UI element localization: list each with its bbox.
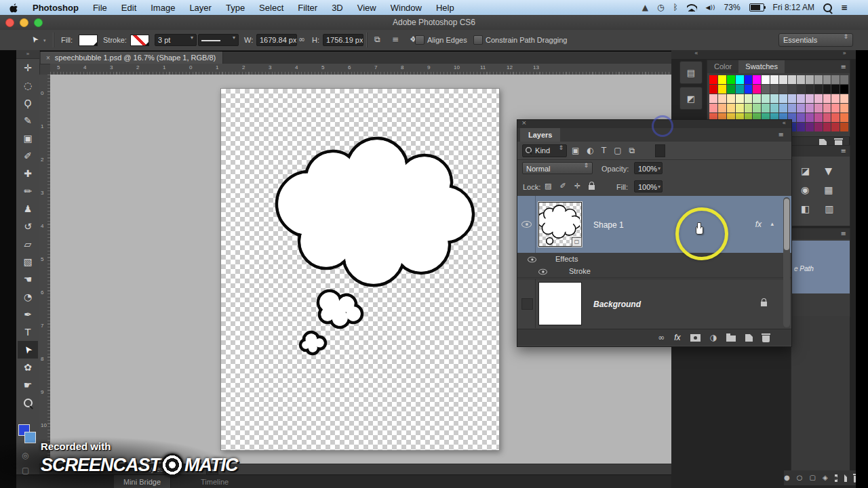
color-swatch[interactable] bbox=[814, 104, 823, 113]
color-swatch[interactable] bbox=[718, 104, 726, 113]
color-swatch[interactable] bbox=[814, 113, 823, 122]
new-path-icon[interactable] bbox=[844, 474, 846, 482]
color-swatch[interactable] bbox=[736, 85, 744, 94]
path-row-selected[interactable]: e Path bbox=[791, 241, 850, 293]
color-swatch[interactable] bbox=[727, 75, 735, 84]
menu-type[interactable]: Type bbox=[226, 3, 245, 13]
color-swatch[interactable] bbox=[831, 94, 840, 103]
color-swatch[interactable] bbox=[831, 104, 840, 113]
menu-3d[interactable]: 3D bbox=[332, 3, 343, 13]
lock-all-icon[interactable] bbox=[589, 185, 595, 190]
lock-pixels-icon[interactable]: ✐ bbox=[559, 182, 566, 190]
black-white-adjustment-icon[interactable]: ◧ bbox=[801, 204, 810, 214]
menu-select[interactable]: Select bbox=[259, 3, 283, 13]
document-canvas[interactable] bbox=[220, 88, 500, 451]
color-swatch[interactable] bbox=[797, 123, 805, 131]
menu-view[interactable]: View bbox=[357, 3, 376, 13]
wifi-icon[interactable] bbox=[687, 4, 697, 12]
color-swatch[interactable] bbox=[745, 94, 753, 103]
thought-bubble-shape[interactable] bbox=[221, 89, 499, 450]
color-swatch[interactable] bbox=[797, 75, 805, 84]
layer-name[interactable]: Shape 1 bbox=[593, 220, 624, 230]
paths-panel-menu-icon[interactable]: ≡ bbox=[841, 228, 850, 239]
color-swatch[interactable] bbox=[806, 85, 814, 94]
toolbar-collapse-icon[interactable]: » bbox=[16, 50, 39, 59]
color-swatch[interactable] bbox=[806, 94, 814, 103]
zoom-tool[interactable] bbox=[18, 394, 38, 411]
color-swatch[interactable] bbox=[709, 75, 717, 84]
menu-clock[interactable]: Fri 8:12 AM bbox=[773, 3, 814, 12]
color-swatch[interactable] bbox=[718, 75, 726, 84]
filter-toggle-switch[interactable] bbox=[655, 144, 665, 157]
color-swatch[interactable] bbox=[770, 85, 778, 94]
lock-position-icon[interactable]: ✛ bbox=[574, 182, 580, 190]
stroke-path-icon[interactable]: ○ bbox=[797, 474, 803, 481]
collapsed-panel-button-1[interactable]: ▤ bbox=[679, 61, 703, 84]
color-swatch[interactable] bbox=[709, 85, 717, 94]
color-swatch[interactable] bbox=[753, 85, 761, 94]
opacity-field[interactable]: 100%▾ bbox=[634, 162, 663, 174]
color-swatch[interactable] bbox=[814, 85, 823, 94]
stroke-eye-icon[interactable] bbox=[538, 269, 547, 275]
layers-panel-menu-icon[interactable]: ≡ bbox=[778, 128, 787, 142]
color-swatch[interactable] bbox=[788, 104, 796, 113]
menu-layer[interactable]: Layer bbox=[189, 3, 212, 13]
color-swatch[interactable] bbox=[788, 75, 796, 84]
color-swatch[interactable] bbox=[797, 104, 805, 113]
lasso-tool[interactable]: Ϙ bbox=[18, 94, 38, 112]
color-swatch[interactable] bbox=[736, 94, 744, 103]
fill-opacity-field[interactable]: 100%▾ bbox=[634, 180, 663, 192]
adjustments-panel-menu-icon[interactable]: ≡ bbox=[841, 146, 850, 157]
menu-window[interactable]: Window bbox=[391, 3, 422, 13]
adjustment-layer-icon[interactable]: ◑ bbox=[710, 333, 717, 342]
color-swatch[interactable] bbox=[727, 104, 735, 113]
color-swatch[interactable] bbox=[709, 104, 717, 113]
color-swatch[interactable] bbox=[806, 75, 814, 84]
path-selection-tool[interactable]: ➤ bbox=[18, 341, 38, 359]
layer-row-stroke[interactable]: Stroke bbox=[517, 265, 791, 278]
color-swatch[interactable] bbox=[745, 75, 753, 84]
smudge-tool[interactable]: ☚ bbox=[18, 270, 38, 288]
color-swatch[interactable] bbox=[753, 104, 761, 113]
color-swatch[interactable] bbox=[823, 85, 831, 94]
color-swatch[interactable] bbox=[797, 94, 805, 103]
color-swatch[interactable] bbox=[762, 104, 770, 113]
layer-row-background[interactable]: Background bbox=[517, 279, 791, 328]
swatches-panel-menu-icon[interactable]: ≡ bbox=[841, 60, 850, 73]
color-swatch[interactable] bbox=[831, 113, 840, 122]
horizontal-ruler[interactable]: 54321012345678910111213 bbox=[50, 64, 671, 75]
path-operations-icon[interactable]: ⧉ bbox=[374, 35, 380, 43]
background-layer-name[interactable]: Background bbox=[593, 300, 641, 309]
workspace-select[interactable]: Essentials⇕ bbox=[778, 33, 853, 47]
visibility-eye-icon[interactable] bbox=[521, 221, 532, 228]
new-layer-icon[interactable] bbox=[745, 334, 753, 342]
color-swatch[interactable] bbox=[814, 94, 823, 103]
color-swatch[interactable] bbox=[736, 75, 744, 84]
stroke-width-select[interactable]: 3 pt▾ bbox=[155, 34, 197, 46]
quick-selection-tool[interactable]: ✎ bbox=[18, 112, 38, 129]
layers-scrollbar[interactable] bbox=[783, 197, 790, 327]
notification-center-icon[interactable]: ≡ bbox=[841, 3, 848, 12]
filter-kind-select[interactable]: Kind ⇕ bbox=[522, 144, 567, 157]
color-swatch[interactable] bbox=[762, 85, 770, 94]
layer-fx-icon[interactable]: fx bbox=[755, 220, 762, 229]
layer-row-effects[interactable]: Effects bbox=[517, 253, 791, 265]
hand-tool[interactable]: ☛ bbox=[18, 376, 38, 394]
constrain-path-checkbox[interactable] bbox=[473, 35, 483, 45]
filter-type-layers-icon[interactable]: T bbox=[601, 146, 606, 155]
menu-image[interactable]: Image bbox=[151, 3, 175, 13]
levels-adjustment-icon[interactable]: ◪ bbox=[801, 166, 810, 176]
color-swatch[interactable] bbox=[753, 94, 761, 103]
menu-photoshop[interactable]: Photoshop bbox=[33, 3, 79, 13]
menu-help[interactable]: Help bbox=[436, 3, 454, 13]
color-swatch[interactable] bbox=[779, 85, 787, 94]
color-swatch[interactable] bbox=[797, 113, 805, 122]
color-swatch[interactable] bbox=[823, 94, 831, 103]
path-as-selection-icon[interactable]: ▢ bbox=[809, 474, 815, 481]
color-swatch[interactable] bbox=[718, 85, 726, 94]
tab-layers[interactable]: Layers bbox=[520, 128, 560, 142]
close-document-icon[interactable]: × bbox=[46, 54, 50, 62]
color-swatch[interactable] bbox=[727, 94, 735, 103]
color-swatch[interactable] bbox=[823, 75, 831, 84]
color-swatch[interactable] bbox=[814, 75, 823, 84]
